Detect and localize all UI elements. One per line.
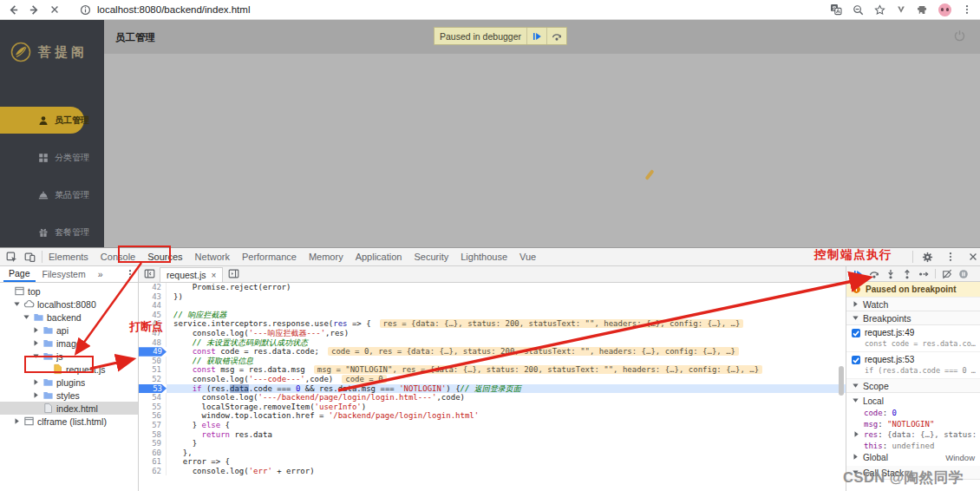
tree-item-request-js[interactable]: request.js (0, 363, 138, 376)
devtools-tab-memory[interactable]: Memory (303, 252, 350, 262)
line-number-47[interactable]: 47 (139, 329, 167, 338)
devtools-tab-sources[interactable]: Sources (141, 252, 188, 262)
devtools-tab-elements[interactable]: Elements (42, 252, 95, 262)
page-info-icon[interactable] (80, 4, 91, 16)
tab-close-icon[interactable]: × (212, 271, 217, 280)
sidebar-item-员工管理[interactable]: 员工管理 (0, 101, 104, 139)
devtools-tab-vue[interactable]: Vue (513, 252, 542, 262)
line-number-62[interactable]: 62 (139, 467, 167, 476)
logout-power-icon[interactable] (953, 29, 966, 43)
settings-gear-icon[interactable] (922, 252, 933, 263)
scope-var-code[interactable]: code: 0 (846, 408, 980, 419)
tree-item-plugins[interactable]: plugins (0, 376, 138, 389)
line-number-57[interactable]: 57 (139, 421, 167, 430)
devtools-tab-application[interactable]: Application (350, 252, 408, 262)
tree-item-images[interactable]: images (0, 337, 138, 350)
code-text: return res.data (167, 430, 846, 440)
profile-avatar[interactable] (938, 3, 951, 16)
section-breakpoints[interactable]: Breakpoints (846, 311, 980, 325)
line-number-51[interactable]: 51 (139, 365, 167, 375)
line-number-59[interactable]: 59 (139, 439, 167, 448)
line-number-49[interactable]: 49 (139, 347, 167, 357)
checkbox-checked-icon[interactable] (852, 329, 860, 337)
checkbox-checked-icon[interactable] (852, 356, 860, 364)
devtools-tab-network[interactable]: Network (189, 252, 236, 262)
menu-dots-icon[interactable] (961, 3, 973, 16)
pause-exceptions-icon[interactable] (958, 269, 969, 279)
scope-var-this[interactable]: this: undefined (846, 441, 980, 452)
panel-right-icon[interactable] (228, 268, 239, 279)
banner-resume-button[interactable] (526, 28, 546, 44)
back-arrow-icon[interactable] (7, 3, 19, 16)
tree-item-localhost-8080[interactable]: localhost:8080 (0, 298, 138, 311)
devtools-tab-lighthouse[interactable]: Lighthouse (454, 252, 513, 262)
line-number-42[interactable]: 42 (139, 283, 167, 292)
scope-var-res[interactable]: res: {data: {…}, status: 2… (846, 429, 980, 441)
folder-icon (33, 311, 44, 323)
line-number-44[interactable]: 44 (139, 301, 167, 311)
zoom-minus-icon[interactable] (852, 3, 864, 16)
line-number-50[interactable]: 50 (139, 357, 167, 366)
editor-tab-requestjs[interactable]: request.js × (160, 267, 223, 282)
section-scope[interactable]: Scope (846, 379, 980, 393)
editor-scrollbar-thumb[interactable] (839, 366, 844, 396)
devtools-tab-performance[interactable]: Performance (236, 252, 303, 262)
line-number-61[interactable]: 61 (139, 457, 167, 467)
translate-icon[interactable] (830, 3, 842, 16)
line-number-52[interactable]: 52 (139, 375, 167, 384)
sidebar-item-菜品管理[interactable]: 菜品管理 (0, 176, 104, 213)
puzzle-icon[interactable] (917, 3, 929, 16)
close-x-icon[interactable] (49, 3, 61, 16)
line-number-56[interactable]: 56 (139, 411, 167, 421)
sidebar-item-分类管理[interactable]: 分类管理 (0, 139, 104, 176)
line-number-45[interactable]: 45 (139, 311, 167, 320)
line-number-58[interactable]: 58 (139, 430, 167, 440)
line-number-43[interactable]: 43 (139, 292, 167, 302)
devtools-close-icon[interactable] (967, 252, 978, 263)
device-toolbar-icon[interactable] (24, 252, 36, 263)
section-watch[interactable]: Watch (846, 298, 980, 311)
tree-item-label: plugins (56, 377, 85, 388)
step-out-icon[interactable] (902, 269, 912, 279)
inspect-element-icon[interactable] (6, 252, 17, 263)
devtools-tab-security[interactable]: Security (408, 252, 454, 262)
breakpoint-entry-request-js-53[interactable]: request.js:53if (res.data.code === 0 … (846, 352, 980, 379)
navigator-tab-page[interactable]: Page (3, 266, 36, 282)
step-over-icon[interactable] (869, 269, 879, 279)
tree-item-js[interactable]: js (0, 350, 138, 363)
tree-item-backend[interactable]: backend (0, 311, 138, 324)
banner-step-over-button[interactable] (546, 28, 566, 44)
tree-item-index-html[interactable]: index.html (0, 402, 138, 415)
code-line-53: 53 if (res.data.code === 0 && res.data.m… (139, 384, 846, 394)
tree-item-styles[interactable]: styles (0, 389, 138, 402)
navigator-menu-dots-icon[interactable] (125, 269, 135, 279)
toggle-navigator-icon[interactable] (144, 268, 155, 279)
navigator-tab-[interactable]: » (93, 267, 108, 281)
tree-item-top[interactable]: top (0, 285, 138, 298)
star-icon[interactable] (873, 3, 885, 16)
breakpoint-entry-request-js-49[interactable]: request.js:49const code = res.data.co… (846, 325, 980, 352)
scope-local[interactable]: Local (846, 395, 980, 408)
navigator-tab-filesystem[interactable]: Filesystem (37, 267, 91, 281)
line-number-53[interactable]: 53 (139, 384, 167, 394)
line-number-48[interactable]: 48 (139, 338, 167, 348)
deactivate-bp-icon[interactable] (942, 269, 952, 279)
line-number-46[interactable]: 46 (139, 319, 167, 329)
step-icon[interactable] (918, 269, 929, 279)
tree-item-clframe-list-html[interactable]: clframe (list.html) (0, 415, 138, 428)
step-into-icon[interactable] (885, 269, 896, 279)
forward-arrow-icon[interactable] (28, 3, 40, 16)
scope-var-msg[interactable]: msg: "NOTLOGIN" (846, 419, 980, 430)
tree-item-api[interactable]: api (0, 324, 138, 337)
devtools-menu-dots-icon[interactable] (944, 252, 956, 263)
scope-global[interactable]: Global Window (846, 451, 980, 464)
line-number-54[interactable]: 54 (139, 393, 167, 403)
line-number-55[interactable]: 55 (139, 403, 167, 412)
devtools-tab-console[interactable]: Console (95, 252, 141, 262)
line-number-60[interactable]: 60 (139, 448, 167, 458)
address-bar[interactable]: localhost:8080/backend/index.html (97, 4, 250, 15)
section-call-stack[interactable]: Call Stack (846, 466, 980, 480)
resume-icon[interactable] (853, 269, 863, 279)
sidebar-item-套餐管理[interactable]: 套餐管理 (0, 213, 104, 251)
v-shape-icon[interactable] (895, 3, 907, 16)
